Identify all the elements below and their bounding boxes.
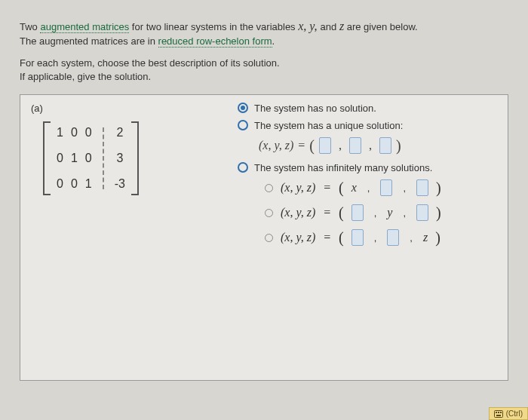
part-label: (a) bbox=[31, 103, 219, 114]
instr-l1: For each system, choose the best descrip… bbox=[20, 57, 280, 69]
free-x-var: x bbox=[351, 181, 357, 195]
radio-free-x[interactable] bbox=[265, 184, 273, 192]
radio-no-solution[interactable] bbox=[238, 103, 248, 113]
svg-rect-0 bbox=[494, 410, 502, 417]
m-1-2: 0 bbox=[85, 152, 92, 165]
free-y-lhs: (x, y, z) bbox=[281, 206, 315, 219]
intro-text-1: Two bbox=[20, 21, 40, 32]
label-infinite: The system has infinitely many solutions… bbox=[254, 162, 432, 173]
link-augmented-matrices[interactable]: augmented matrices bbox=[40, 21, 129, 33]
m-1-0: 0 bbox=[57, 152, 63, 165]
free-y-x-input[interactable] bbox=[351, 204, 364, 221]
m-2-0: 0 bbox=[57, 177, 63, 191]
intro-text-2: for two linear systems in the variables bbox=[129, 21, 298, 32]
augmented-matrix: 1 0 0 0 1 0 0 0 1 bbox=[43, 121, 139, 195]
radio-free-y[interactable] bbox=[265, 209, 273, 217]
ctrl-badge[interactable]: (Ctrl) bbox=[489, 407, 528, 420]
svg-rect-4 bbox=[496, 415, 501, 416]
free-x-z-input[interactable] bbox=[416, 179, 428, 196]
intro-vars-xy: x, y, bbox=[298, 20, 320, 32]
m-2-1: 0 bbox=[71, 177, 78, 191]
svg-rect-3 bbox=[500, 412, 502, 413]
radio-unique[interactable] bbox=[238, 120, 248, 130]
intro-line2a: The augmented matrices are in bbox=[20, 35, 158, 47]
m-1-3: 3 bbox=[116, 152, 123, 165]
free-z-lhs: (x, y, z) bbox=[281, 231, 315, 244]
intro-text-3: and bbox=[321, 21, 339, 32]
unique-x-input[interactable] bbox=[319, 137, 331, 154]
instr-l2: If applicable, give the solution. bbox=[20, 71, 151, 82]
m-0-1: 0 bbox=[71, 126, 78, 139]
free-y-eq: = bbox=[323, 206, 331, 219]
free-x-eq: = bbox=[323, 181, 331, 195]
link-rref[interactable]: reduced row-echelon form bbox=[158, 35, 272, 48]
ctrl-label: (Ctrl) bbox=[506, 409, 523, 418]
free-x-y-input[interactable] bbox=[380, 179, 392, 196]
keyboard-icon bbox=[494, 410, 503, 418]
m-0-2: 0 bbox=[85, 126, 92, 139]
unique-lhs: (x, y, z) bbox=[259, 139, 293, 152]
intro-line2b: . bbox=[272, 35, 275, 47]
free-z-var: z bbox=[423, 231, 428, 244]
free-z-eq: = bbox=[323, 231, 331, 244]
m-2-2: 1 bbox=[85, 177, 92, 191]
m-0-3: 2 bbox=[116, 126, 123, 139]
label-no-solution: The system has no solution. bbox=[254, 103, 376, 114]
svg-rect-1 bbox=[496, 412, 497, 413]
unique-z-input[interactable] bbox=[379, 137, 391, 154]
unique-y-input[interactable] bbox=[349, 137, 361, 154]
m-0-0: 1 bbox=[57, 126, 63, 139]
label-unique: The system has a unique solution: bbox=[254, 120, 403, 131]
intro-text: Two augmented matrices for two linear sy… bbox=[20, 18, 508, 49]
m-2-3: -3 bbox=[115, 177, 125, 191]
m-1-1: 1 bbox=[71, 152, 78, 165]
svg-rect-2 bbox=[498, 412, 499, 413]
free-z-x-input[interactable] bbox=[351, 229, 364, 246]
free-y-z-input[interactable] bbox=[416, 204, 428, 221]
free-z-y-input[interactable] bbox=[387, 229, 399, 246]
radio-infinite[interactable] bbox=[238, 162, 248, 173]
free-y-var: y bbox=[387, 206, 392, 219]
unique-solution-expr: (x, y, z) = ( , , ) bbox=[259, 137, 497, 155]
free-x-lhs: (x, y, z) bbox=[281, 181, 315, 195]
problem-card: (a) 1 0 0 0 1 0 0 0 bbox=[20, 94, 508, 381]
instruction-text: For each system, choose the best descrip… bbox=[20, 57, 508, 84]
intro-text-4: are given below. bbox=[344, 21, 418, 32]
unique-eq: = bbox=[298, 139, 305, 152]
radio-free-z[interactable] bbox=[265, 234, 273, 242]
